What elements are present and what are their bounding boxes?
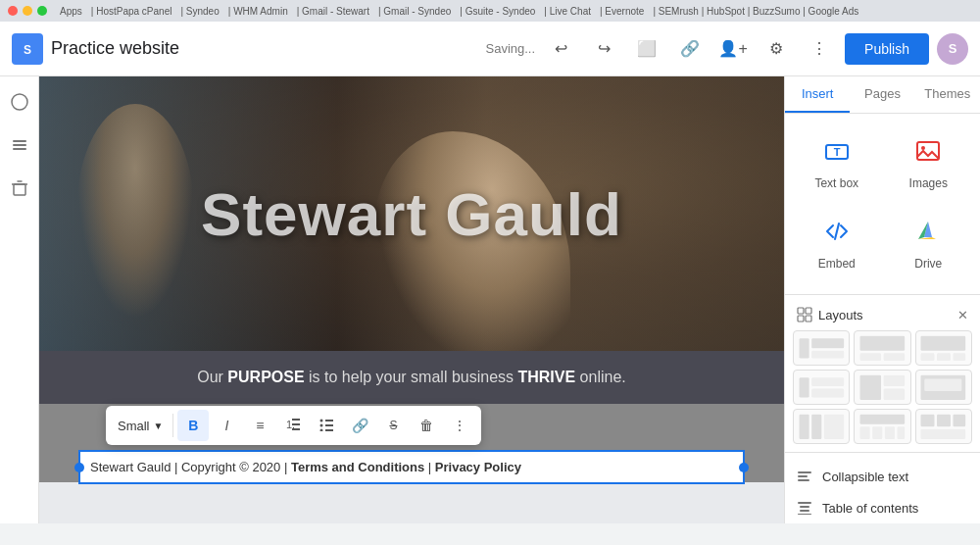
bold-icon: B [188, 418, 198, 433]
svg-rect-55 [898, 426, 906, 439]
embed-icon [823, 218, 851, 251]
layout-thumb-9[interactable] [915, 409, 972, 444]
font-size-label: Small [118, 419, 150, 433]
layouts-header: Layouts ✕ [793, 303, 972, 330]
tab-pages[interactable]: Pages [850, 76, 914, 113]
unordered-list-icon [319, 418, 333, 434]
font-size-select[interactable]: Small ▼ [112, 415, 169, 437]
insert-embed[interactable]: Embed [793, 206, 881, 282]
sidebar-delete-icon[interactable] [6, 174, 33, 202]
svg-rect-49 [811, 414, 821, 438]
browser-tab-label: | WHM Admin [228, 6, 288, 17]
add-collaborator-button[interactable]: 👤+ [715, 31, 751, 67]
svg-rect-48 [799, 414, 808, 438]
ordered-list-icon: 1. [286, 418, 300, 434]
align-button[interactable]: ≡ [244, 410, 275, 441]
italic-button[interactable]: I [211, 410, 242, 441]
svg-rect-38 [937, 353, 951, 361]
add-person-icon: 👤+ [718, 39, 747, 58]
svg-rect-57 [937, 414, 951, 426]
svg-rect-18 [325, 429, 333, 431]
svg-rect-5 [13, 148, 26, 150]
extra-items: Collapsible text Table of contents Image… [785, 452, 980, 523]
bold-button[interactable]: B [177, 410, 209, 441]
avatar[interactable]: S [937, 33, 968, 65]
undo-icon: ↩ [555, 39, 567, 58]
insert-text-box[interactable]: T Text box [793, 125, 881, 202]
svg-rect-50 [824, 414, 844, 438]
browser-tab-label: | Syndeo [180, 6, 219, 17]
resize-handle-left[interactable] [74, 463, 84, 472]
saving-status: Saving... [485, 41, 535, 56]
ordered-list-button[interactable]: 1. [277, 410, 309, 441]
embed-label: Embed [818, 257, 856, 271]
browser-tab-label: | SEMrush | HubSpot | BuzzSumo | Google … [653, 6, 858, 17]
table-of-contents-item[interactable]: Table of contents [793, 492, 972, 523]
insert-grid: T Text box Images [785, 114, 980, 294]
strikethrough-button[interactable]: S [377, 410, 409, 441]
svg-rect-30 [799, 338, 808, 358]
resize-handle-right[interactable] [739, 463, 749, 472]
sidebar-pages-icon[interactable] [6, 88, 33, 116]
publish-button[interactable]: Publish [845, 33, 929, 65]
layout-thumb-5[interactable] [854, 370, 910, 405]
layout-thumb-2[interactable] [854, 330, 910, 366]
insert-drive[interactable]: Drive [885, 206, 973, 282]
header-actions: ↩ ↪ ⬜ 🔗 👤+ ⚙ ⋮ Publish S [543, 31, 968, 67]
collapsible-text-item[interactable]: Collapsible text [793, 461, 972, 492]
delete-text-button[interactable]: 🗑 [411, 410, 442, 441]
svg-rect-62 [798, 479, 809, 481]
svg-rect-53 [872, 426, 882, 439]
collapsible-text-icon [797, 469, 812, 484]
svg-rect-39 [954, 353, 966, 361]
svg-rect-31 [811, 338, 844, 348]
svg-rect-29 [806, 316, 811, 322]
svg-rect-40 [799, 377, 808, 397]
svg-line-23 [835, 223, 839, 239]
svg-rect-64 [800, 506, 809, 508]
gear-icon: ⚙ [769, 39, 783, 58]
main-layout: Stewart Gauld Our PURPOSE is to help you… [0, 76, 980, 523]
more-icon: ⋮ [811, 39, 827, 58]
tab-themes[interactable]: Themes [915, 76, 980, 113]
unordered-list-button[interactable] [311, 410, 342, 441]
preview-button[interactable]: ⬜ [629, 31, 664, 67]
layout-thumb-1[interactable] [793, 330, 850, 366]
dropdown-arrow-icon: ▼ [154, 421, 164, 431]
svg-text:S: S [24, 43, 31, 57]
layouts-collapse-icon[interactable]: ✕ [957, 308, 968, 322]
undo-button[interactable]: ↩ [543, 31, 578, 67]
link-button[interactable]: 🔗 [672, 31, 708, 67]
app-header: S Practice website Saving... ↩ ↪ ⬜ 🔗 👤+ … [0, 22, 980, 76]
svg-rect-47 [925, 378, 962, 391]
more-text-options-button[interactable]: ⋮ [444, 410, 475, 441]
layout-thumb-3[interactable] [915, 330, 972, 366]
svg-rect-11 [292, 423, 300, 425]
drive-label: Drive [914, 257, 942, 271]
redo-button[interactable]: ↪ [586, 31, 621, 67]
layout-thumb-4[interactable] [793, 370, 850, 405]
sidebar-nav-icon[interactable] [6, 131, 33, 159]
layout-thumb-6[interactable] [915, 370, 972, 405]
svg-rect-42 [811, 388, 844, 397]
tab-insert[interactable]: Insert [785, 76, 850, 113]
hero-name: Stewart Gauld [201, 179, 622, 249]
svg-text:T: T [833, 146, 840, 158]
app-logo: S [12, 33, 43, 65]
layouts-icon [797, 307, 812, 322]
insert-images[interactable]: Images [885, 125, 973, 202]
browser-tab-label: | Gmail - Stewart [297, 6, 369, 17]
svg-rect-32 [811, 351, 844, 359]
settings-button[interactable]: ⚙ [759, 31, 794, 67]
more-options-button[interactable]: ⋮ [802, 31, 837, 67]
images-label: Images [909, 176, 948, 190]
text-box-selected[interactable]: Stewart Gauld | Copyright © 2020 | Terms… [78, 450, 745, 484]
layout-thumb-7[interactable] [793, 409, 850, 444]
svg-rect-26 [798, 308, 804, 314]
layout-thumb-8[interactable] [854, 409, 910, 444]
insert-link-button[interactable]: 🔗 [344, 410, 375, 441]
svg-rect-56 [921, 414, 935, 426]
svg-rect-37 [921, 353, 935, 361]
svg-rect-63 [798, 502, 811, 504]
svg-point-22 [921, 146, 925, 150]
